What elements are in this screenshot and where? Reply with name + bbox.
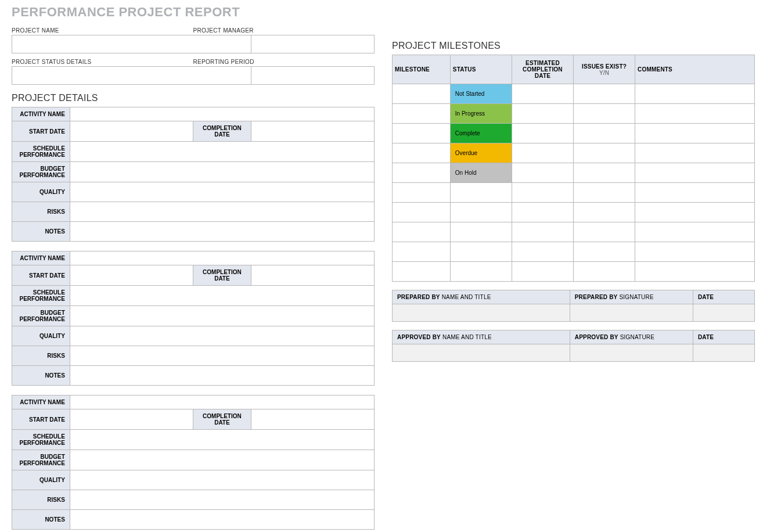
label-schedule-performance: SCHEDULE PERFORMANCE (12, 286, 70, 306)
quality-field[interactable] (70, 182, 374, 202)
milestone-name-field[interactable] (393, 163, 451, 183)
milestone-issues-field[interactable] (573, 242, 635, 262)
approved-by-sig-label: APPROVED BY SIGNATURE (570, 330, 693, 344)
milestone-name-field[interactable] (393, 104, 451, 124)
milestone-comments-field[interactable] (635, 203, 755, 222)
milestone-est-date-field[interactable] (512, 183, 573, 203)
project-name-field[interactable] (12, 35, 251, 53)
schedule-performance-field[interactable] (70, 430, 374, 450)
milestone-comments-field[interactable] (635, 84, 755, 104)
notes-field[interactable] (70, 366, 374, 386)
start-date-field[interactable] (70, 121, 193, 142)
milestone-name-field[interactable] (393, 143, 451, 163)
approved-by-date-field[interactable] (693, 344, 754, 362)
budget-performance-field[interactable] (70, 450, 374, 470)
milestone-row: Complete (393, 124, 755, 143)
milestone-issues-field[interactable] (573, 163, 635, 183)
approved-by-sig-field[interactable] (570, 344, 693, 362)
start-date-field[interactable] (70, 409, 193, 430)
milestone-name-field[interactable] (393, 183, 451, 203)
milestone-status-field[interactable]: Not Started (450, 84, 512, 104)
milestone-status-field[interactable] (450, 203, 512, 222)
risks-field[interactable] (70, 346, 374, 366)
milestone-issues-field[interactable] (573, 104, 635, 124)
milestone-status-field[interactable]: Overdue (450, 143, 512, 163)
milestone-name-field[interactable] (393, 124, 451, 143)
milestone-comments-field[interactable] (635, 163, 755, 183)
milestone-comments-field[interactable] (635, 183, 755, 203)
milestone-name-field[interactable] (393, 222, 451, 242)
milestone-name-field[interactable] (393, 203, 451, 222)
milestone-status-field[interactable]: Complete (450, 124, 512, 143)
label-quality: QUALITY (12, 470, 70, 490)
milestone-issues-field[interactable] (573, 203, 635, 222)
milestone-issues-field[interactable] (573, 124, 635, 143)
page-title: PERFORMANCE PROJECT REPORT (12, 5, 769, 20)
milestone-status-field[interactable] (450, 262, 512, 282)
milestone-comments-field[interactable] (635, 104, 755, 124)
project-status-details-field[interactable] (12, 66, 251, 85)
reporting-period-field[interactable] (251, 66, 375, 85)
milestone-est-date-field[interactable] (512, 222, 573, 242)
label-risks: RISKS (12, 490, 70, 510)
milestone-status-field[interactable]: On Hold (450, 163, 512, 183)
milestones-col-comments: COMMENTS (635, 55, 755, 84)
completion-date-field[interactable] (251, 409, 374, 430)
activity-name-field[interactable] (70, 396, 374, 409)
project-manager-field[interactable] (251, 35, 375, 53)
milestone-name-field[interactable] (393, 84, 451, 104)
milestone-comments-field[interactable] (635, 222, 755, 242)
label-risks: RISKS (12, 346, 70, 366)
prepared-by-sig-field[interactable] (570, 304, 693, 322)
milestone-name-field[interactable] (393, 242, 451, 262)
milestone-est-date-field[interactable] (512, 124, 573, 143)
activity-name-field[interactable] (70, 251, 374, 265)
activity-name-field[interactable] (70, 107, 374, 121)
milestone-issues-field[interactable] (573, 143, 635, 163)
notes-field[interactable] (70, 222, 374, 242)
completion-date-field[interactable] (251, 121, 374, 142)
prepared-by-name-field[interactable] (393, 304, 570, 322)
risks-field[interactable] (70, 202, 374, 222)
quality-field[interactable] (70, 326, 374, 346)
approved-by-name-field[interactable] (393, 344, 570, 362)
budget-performance-field[interactable] (70, 306, 374, 326)
milestone-est-date-field[interactable] (512, 262, 573, 282)
milestone-status-field[interactable] (450, 183, 512, 203)
milestones-col-status: STATUS (450, 55, 512, 84)
quality-field[interactable] (70, 470, 374, 490)
milestone-comments-field[interactable] (635, 124, 755, 143)
label-activity-name: ACTIVITY NAME (12, 107, 70, 121)
milestone-comments-field[interactable] (635, 242, 755, 262)
milestone-est-date-field[interactable] (512, 163, 573, 183)
milestone-est-date-field[interactable] (512, 203, 573, 222)
milestone-issues-field[interactable] (573, 262, 635, 282)
activity-table: ACTIVITY NAME START DATE COMPLETION DATE… (12, 107, 375, 242)
start-date-field[interactable] (70, 265, 193, 286)
milestone-est-date-field[interactable] (512, 242, 573, 262)
risks-field[interactable] (70, 490, 374, 510)
milestone-issues-field[interactable] (573, 84, 635, 104)
prepared-by-date-field[interactable] (693, 304, 754, 322)
milestone-status-field[interactable] (450, 222, 512, 242)
milestone-est-date-field[interactable] (512, 143, 573, 163)
milestone-name-field[interactable] (393, 262, 451, 282)
notes-field[interactable] (70, 510, 374, 530)
milestone-row: Not Started (393, 84, 755, 104)
milestone-comments-field[interactable] (635, 262, 755, 282)
schedule-performance-field[interactable] (70, 286, 374, 306)
budget-performance-field[interactable] (70, 162, 374, 182)
milestone-status-field[interactable]: In Progress (450, 104, 512, 124)
milestone-est-date-field[interactable] (512, 104, 573, 124)
label-schedule-performance: SCHEDULE PERFORMANCE (12, 430, 70, 450)
milestone-est-date-field[interactable] (512, 84, 573, 104)
milestone-issues-field[interactable] (573, 183, 635, 203)
milestone-status-field[interactable] (450, 242, 512, 262)
milestone-comments-field[interactable] (635, 143, 755, 163)
milestone-issues-field[interactable] (573, 222, 635, 242)
label-quality: QUALITY (12, 326, 70, 346)
schedule-performance-field[interactable] (70, 142, 374, 162)
project-details-heading: PROJECT DETAILS (12, 93, 375, 103)
completion-date-field[interactable] (251, 265, 374, 286)
milestone-row: In Progress (393, 104, 755, 124)
